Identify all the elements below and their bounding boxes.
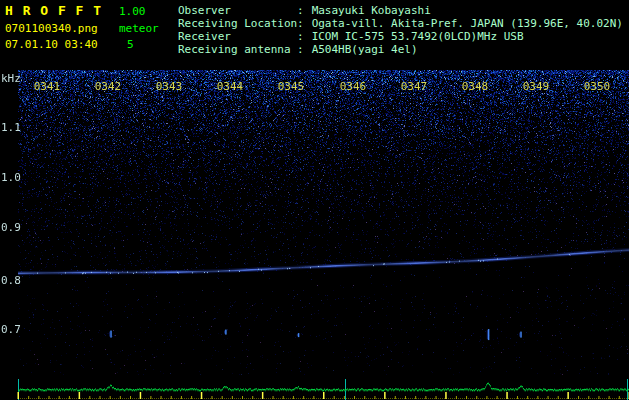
freq-label-1_1: 1.1: [1, 122, 21, 133]
info-label: Receiving antenna: [178, 43, 297, 56]
info-row-receiver: Receiver:ICOM IC-575 53.7492(0LCD)MHz US…: [178, 30, 623, 43]
freq-unit-label: kHz: [1, 73, 21, 84]
time-label-0341: 0341: [34, 81, 61, 92]
info-row-antenna: Receiving antenna:A504HB(yagi 4el): [178, 43, 623, 56]
freq-label-0_8: 0.8: [1, 275, 21, 286]
date-row: 07.01.10 03:40 5: [5, 38, 178, 54]
title-row: H R O F F T 1.00: [5, 3, 178, 22]
app-version: 1.00: [119, 5, 146, 18]
time-label-0346: 0346: [340, 81, 367, 92]
file-row: 0701100340.png meteor: [5, 22, 178, 38]
info-colon: :: [297, 17, 304, 30]
freq-label-1_0: 1.0: [1, 172, 21, 183]
header-left: H R O F F T 1.00 0701100340.png meteor 0…: [5, 3, 178, 54]
station-info: Observer:Masayuki Kobayashi Receiving Lo…: [178, 4, 623, 56]
time-label-0348: 0348: [462, 81, 489, 92]
info-label: Receiver: [178, 30, 297, 43]
time-label-0349: 0349: [523, 81, 550, 92]
time-label-0350: 0350: [584, 81, 611, 92]
freq-label-0_7: 0.7: [1, 324, 21, 335]
output-filename: 0701100340.png: [5, 22, 119, 35]
time-label-0343: 0343: [156, 81, 183, 92]
info-value: Ogata-vill. Akita-Pref. JAPAN (139.96E, …: [312, 17, 623, 30]
spectrogram: kHz 1.1 1.0 0.9 0.8 0.7 0341 0342 0343 0…: [0, 70, 629, 400]
echo-count: 5: [127, 38, 134, 51]
info-colon: :: [297, 4, 304, 17]
info-label: Observer: [178, 4, 297, 17]
info-colon: :: [297, 30, 304, 43]
time-label-0347: 0347: [401, 81, 428, 92]
info-colon: :: [297, 43, 304, 56]
mode-label: meteor: [119, 22, 159, 35]
time-label-0344: 0344: [217, 81, 244, 92]
time-label-0345: 0345: [278, 81, 305, 92]
info-row-observer: Observer:Masayuki Kobayashi: [178, 4, 623, 17]
info-label: Receiving Location: [178, 17, 297, 30]
info-value: A504HB(yagi 4el): [312, 43, 418, 56]
header: H R O F F T 1.00 0701100340.png meteor 0…: [0, 0, 629, 70]
spectrogram-canvas: [0, 70, 629, 400]
datetime: 07.01.10 03:40: [5, 38, 119, 51]
app-title: H R O F F T: [5, 3, 119, 18]
info-row-location: Receiving Location:Ogata-vill. Akita-Pre…: [178, 17, 623, 30]
info-value: Masayuki Kobayashi: [312, 4, 431, 17]
hrofft-window: H R O F F T 1.00 0701100340.png meteor 0…: [0, 0, 629, 400]
info-value: ICOM IC-575 53.7492(0LCD)MHz USB: [312, 30, 524, 43]
freq-label-0_9: 0.9: [1, 222, 21, 233]
time-label-0342: 0342: [95, 81, 122, 92]
